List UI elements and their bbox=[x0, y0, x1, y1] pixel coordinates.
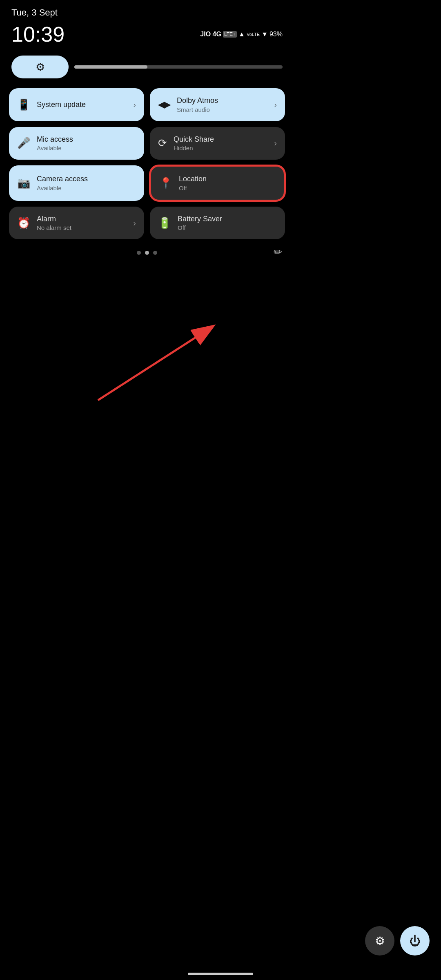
alarm-subtitle: No alarm set bbox=[37, 224, 71, 231]
dolby-atmos-subtitle: Smart audio bbox=[177, 106, 218, 113]
status-icons: JIO 4G LTE+ ▲ VoLTE ▼ 93% bbox=[200, 31, 283, 38]
battery-saver-subtitle: Off bbox=[178, 224, 222, 231]
tile-battery-saver[interactable]: 🔋 Battery Saver Off bbox=[150, 207, 285, 240]
tile-system-update[interactable]: 📱 System update › bbox=[9, 88, 144, 121]
brightness-icon-wrap: ⚙ bbox=[11, 56, 69, 78]
svg-line-1 bbox=[98, 327, 212, 400]
brightness-control[interactable]: ⚙ bbox=[0, 51, 294, 88]
mic-access-subtitle: Available bbox=[37, 145, 73, 151]
brightness-fill bbox=[74, 65, 147, 69]
dolby-atmos-icon: ◀▶ bbox=[158, 100, 170, 109]
carrier-label: JIO 4G bbox=[200, 31, 221, 38]
status-date: Tue, 3 Sept bbox=[11, 7, 58, 18]
camera-access-subtitle: Available bbox=[37, 185, 88, 192]
quick-share-title: Quick Share bbox=[174, 135, 214, 144]
dolby-atmos-title: Dolby Atmos bbox=[177, 96, 218, 105]
dolby-atmos-arrow: › bbox=[274, 100, 277, 109]
status-time: 10:39 bbox=[11, 22, 65, 47]
dot-3 bbox=[153, 251, 157, 255]
battery-saver-title: Battery Saver bbox=[178, 215, 222, 224]
alarm-title: Alarm bbox=[37, 215, 71, 224]
alarm-arrow: › bbox=[133, 218, 136, 228]
tile-mic-access[interactable]: 🎤 Mic access Available bbox=[9, 127, 144, 160]
system-update-title: System update bbox=[37, 100, 86, 109]
page-indicator: ✏ bbox=[0, 247, 294, 257]
wifi-icon: ▼ bbox=[261, 31, 268, 38]
quick-share-arrow: › bbox=[274, 138, 277, 148]
dot-1 bbox=[137, 251, 141, 255]
status-bar: Tue, 3 Sept bbox=[0, 0, 294, 20]
edit-icon[interactable]: ✏ bbox=[274, 246, 283, 258]
location-icon: 📍 bbox=[159, 177, 172, 189]
quick-share-icon: ⟳ bbox=[158, 137, 167, 149]
tile-alarm[interactable]: ⏰ Alarm No alarm set › bbox=[9, 207, 144, 240]
tile-quick-share[interactable]: ⟳ Quick Share Hidden › bbox=[150, 127, 285, 160]
system-update-icon: 📱 bbox=[17, 98, 30, 111]
volte-icon: VoLTE bbox=[247, 32, 260, 37]
quick-share-subtitle: Hidden bbox=[174, 145, 214, 151]
quick-settings-grid: 📱 System update › ◀▶ Dolby Atmos Smart a… bbox=[0, 88, 294, 247]
brightness-icon: ⚙ bbox=[36, 61, 45, 74]
tile-camera-access[interactable]: 📷 Camera access Available bbox=[9, 165, 144, 201]
system-update-arrow: › bbox=[133, 100, 136, 109]
alarm-icon: ⏰ bbox=[17, 217, 30, 229]
lte-icon: LTE+ bbox=[223, 31, 237, 38]
location-subtitle: Off bbox=[179, 185, 207, 192]
camera-access-title: Camera access bbox=[37, 175, 88, 184]
signal-icon: ▲ bbox=[238, 31, 245, 38]
tile-dolby-atmos[interactable]: ◀▶ Dolby Atmos Smart audio › bbox=[150, 88, 285, 121]
battery-saver-icon: 🔋 bbox=[158, 217, 171, 229]
tile-location[interactable]: 📍 Location Off bbox=[150, 165, 285, 201]
brightness-slider[interactable] bbox=[74, 65, 283, 69]
location-title: Location bbox=[179, 175, 207, 184]
dot-2 bbox=[145, 251, 149, 255]
status-time-row: 10:39 JIO 4G LTE+ ▲ VoLTE ▼ 93% bbox=[0, 20, 294, 51]
camera-icon: 📷 bbox=[17, 177, 30, 189]
mic-icon: 🎤 bbox=[17, 137, 30, 149]
mic-access-title: Mic access bbox=[37, 135, 73, 144]
battery-label: 93% bbox=[270, 31, 283, 38]
